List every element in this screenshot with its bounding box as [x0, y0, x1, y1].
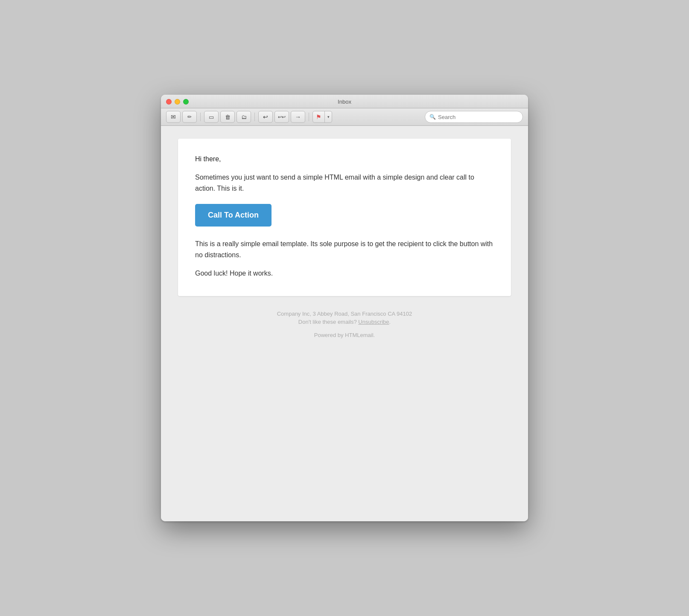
flag-dropdown-button[interactable]: ▾ — [325, 111, 332, 123]
email-body: This is a really simple email template. … — [195, 238, 494, 260]
toolbar: ✉ ✏ ▭ 🗑 🗂 ↩ ↩↩ — [161, 108, 528, 126]
reply-all-button[interactable]: ↩↩ — [274, 111, 289, 123]
traffic-lights — [166, 99, 189, 105]
unsubscribe-prompt: Don't like these emails? — [298, 319, 359, 325]
compose-button[interactable]: ✏ — [182, 111, 197, 123]
reply-button[interactable]: ↩ — [258, 111, 273, 123]
separator-2 — [254, 113, 255, 121]
forward-button[interactable]: → — [291, 111, 305, 123]
compose-icon: ✏ — [187, 114, 192, 120]
chevron-down-icon: ▾ — [327, 115, 330, 119]
footer-powered: Powered by HTMLemail. — [178, 332, 511, 338]
footer-address: Company Inc, 3 Abbey Road, San Francisco… — [178, 311, 511, 317]
forward-icon: → — [295, 113, 301, 120]
archive-button[interactable]: ▭ — [204, 111, 219, 123]
cta-button[interactable]: Call To Action — [195, 204, 272, 227]
get-mail-button[interactable]: ✉ — [166, 111, 181, 123]
email-closing: Good luck! Hope it works. — [195, 268, 494, 279]
junk-button[interactable]: 🗂 — [236, 111, 251, 123]
unsubscribe-suffix: . — [389, 319, 391, 325]
get-mail-icon: ✉ — [171, 113, 176, 120]
minimize-button[interactable] — [175, 99, 180, 105]
delete-button[interactable]: 🗑 — [220, 111, 235, 123]
close-button[interactable] — [166, 99, 172, 105]
separator-3 — [309, 113, 309, 121]
compose-group: ✉ ✏ — [166, 111, 197, 123]
archive-icon: ▭ — [209, 114, 214, 120]
maximize-button[interactable] — [183, 99, 189, 105]
flag-main-button[interactable]: ⚑ — [313, 111, 325, 123]
search-box: 🔍 — [425, 111, 523, 123]
action-group: ▭ 🗑 🗂 — [204, 111, 251, 123]
unsubscribe-link[interactable]: Unsubscribe — [358, 319, 389, 325]
search-icon: 🔍 — [429, 114, 436, 120]
flag-button-group[interactable]: ⚑ ▾ — [312, 111, 332, 123]
search-input[interactable] — [438, 114, 518, 120]
email-intro: Sometimes you just want to send a simple… — [195, 172, 494, 194]
mail-window: Inbox ✉ ✏ ▭ 🗑 🗂 ↩ — [161, 95, 528, 521]
email-card: Hi there, Sometimes you just want to sen… — [178, 139, 511, 296]
titlebar: Inbox — [161, 95, 528, 108]
footer-unsubscribe-text: Don't like these emails? Unsubscribe. — [178, 319, 511, 325]
reply-icon: ↩ — [263, 113, 268, 120]
email-footer: Company Inc, 3 Abbey Road, San Francisco… — [178, 306, 511, 347]
junk-icon: 🗂 — [241, 114, 247, 120]
reply-all-icon: ↩↩ — [278, 114, 286, 120]
email-greeting: Hi there, — [195, 154, 494, 164]
content-area: Hi there, Sometimes you just want to sen… — [161, 126, 528, 521]
reply-group: ↩ ↩↩ → — [258, 111, 305, 123]
delete-icon: 🗑 — [225, 114, 231, 120]
separator-1 — [200, 113, 201, 121]
window-title: Inbox — [338, 99, 351, 105]
flag-icon: ⚑ — [316, 113, 321, 120]
